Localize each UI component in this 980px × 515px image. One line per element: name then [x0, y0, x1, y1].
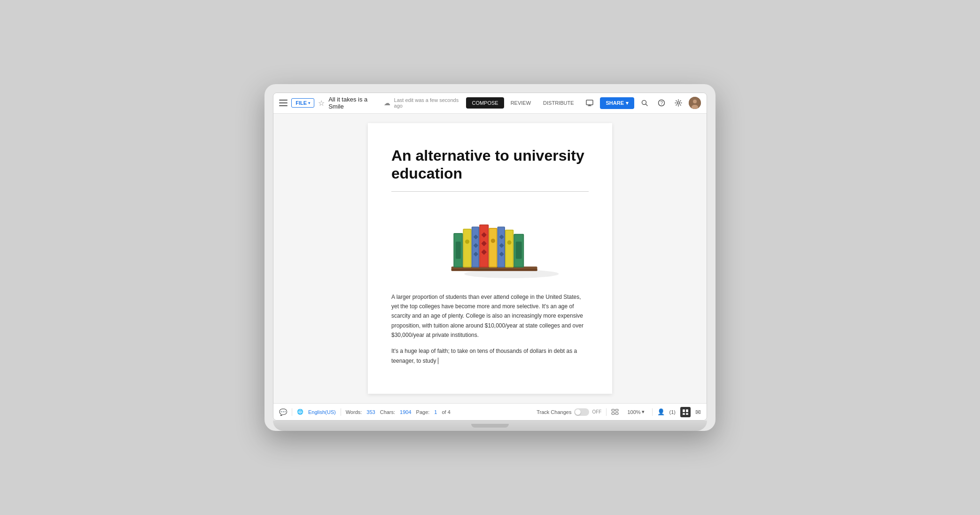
laptop-screen: FILE ▾ ☆ All it takes is a Smile ☁ Last …	[273, 93, 707, 421]
mail-icon[interactable]: ✉	[695, 408, 701, 416]
main-area: An alternative to university education	[273, 114, 707, 404]
text-cursor	[438, 358, 438, 364]
svg-rect-42	[612, 409, 614, 411]
file-menu-button[interactable]: FILE ▾	[291, 98, 314, 108]
body-paragraph-2: It's a huge leap of faith; to take on te…	[391, 346, 589, 366]
tab-compose[interactable]: COMPOSE	[466, 97, 504, 109]
sidebar-left	[273, 114, 349, 404]
svg-rect-43	[615, 409, 618, 411]
track-changes-toggle[interactable]	[574, 408, 589, 416]
language-label[interactable]: English(US)	[308, 409, 336, 415]
language-icon: 🌐	[297, 409, 303, 415]
svg-rect-46	[683, 409, 685, 412]
books-image	[391, 203, 589, 278]
svg-point-38	[507, 240, 512, 244]
toolbar: FILE ▾ ☆ All it takes is a Smile ☁ Last …	[273, 93, 707, 114]
status-bar-left: 💬 🌐 English(US) Words: 353 Chars: 1904 P…	[279, 408, 531, 416]
file-label: FILE	[296, 100, 307, 106]
page-view-icon[interactable]	[680, 407, 691, 417]
svg-point-7	[693, 100, 697, 103]
file-chevron-icon: ▾	[308, 101, 310, 105]
svg-rect-49	[686, 413, 688, 415]
body-paragraph-1: A larger proportion of students than eve…	[391, 292, 589, 340]
hamburger-menu-icon[interactable]	[279, 100, 288, 106]
zoom-level: 100%	[627, 409, 640, 415]
page-label: Page:	[416, 409, 430, 415]
last-edit-status: Last edit was a few seconds ago	[394, 97, 463, 109]
svg-point-30	[491, 238, 495, 242]
document-body: A larger proportion of students than eve…	[391, 292, 589, 366]
svg-point-9	[464, 269, 559, 278]
tab-review[interactable]: REVIEW	[505, 97, 537, 109]
svg-rect-41	[516, 242, 522, 259]
svg-rect-37	[506, 230, 513, 266]
divider-3	[606, 408, 607, 416]
chars-label: Chars:	[380, 409, 395, 415]
help-icon[interactable]: ?	[655, 96, 668, 109]
laptop-container: FILE ▾ ☆ All it takes is a Smile ☁ Last …	[264, 84, 716, 431]
document-title[interactable]: All it takes is a Smile	[328, 96, 380, 110]
toolbar-left: FILE ▾ ☆ All it takes is a Smile ☁ Last …	[279, 96, 462, 110]
share-chevron: ▾	[626, 100, 629, 106]
star-icon[interactable]: ☆	[318, 99, 325, 108]
comment-icon[interactable]: 💬	[279, 408, 287, 416]
search-icon[interactable]	[638, 96, 651, 109]
svg-rect-14	[456, 242, 461, 259]
document-area: An alternative to university education	[349, 114, 631, 404]
avatar[interactable]	[689, 97, 701, 109]
svg-point-5	[677, 102, 680, 104]
share-button[interactable]: SHARE ▾	[600, 97, 634, 109]
zoom-chevron-icon: ▾	[642, 409, 645, 415]
svg-rect-16	[464, 229, 471, 266]
chars-count[interactable]: 1904	[400, 409, 411, 415]
laptop-notch	[471, 424, 509, 428]
share-label: SHARE	[606, 100, 624, 106]
words-count[interactable]: 353	[366, 409, 375, 415]
divider-1	[292, 408, 292, 416]
toggle-state-label: OFF	[592, 409, 601, 414]
svg-text:?: ?	[661, 101, 663, 106]
cloud-save-icon: ☁	[384, 99, 390, 107]
heading-divider	[391, 191, 589, 192]
svg-rect-45	[615, 413, 618, 414]
status-bar-right: Track Changes OFF 100% ▾ 👤 (1)	[537, 407, 701, 417]
words-label: Words:	[346, 409, 362, 415]
svg-point-17	[465, 239, 469, 243]
collab-count: (1)	[669, 409, 676, 415]
document-page: An alternative to university education	[368, 123, 612, 394]
present-icon[interactable]	[583, 96, 596, 109]
svg-line-2	[646, 104, 648, 106]
page-current[interactable]: 1	[434, 409, 437, 415]
status-bar: 💬 🌐 English(US) Words: 353 Chars: 1904 P…	[273, 403, 707, 420]
svg-rect-48	[683, 413, 685, 415]
zoom-control[interactable]: 100% ▾	[624, 408, 647, 416]
divider-2	[341, 408, 341, 416]
settings-icon[interactable]	[672, 96, 685, 109]
tab-distribute[interactable]: DISTRIBUTE	[537, 97, 579, 109]
document-heading: An alternative to university education	[391, 147, 589, 183]
page-of: of 4	[442, 409, 450, 415]
collab-icon: 👤	[657, 408, 665, 415]
svg-rect-11	[451, 269, 537, 271]
grid-view-icon[interactable]	[611, 409, 620, 415]
toolbar-right: SHARE ▾ ?	[583, 96, 701, 109]
track-changes-label: Track Changes	[537, 409, 571, 415]
svg-rect-47	[686, 409, 688, 412]
svg-rect-44	[612, 413, 614, 414]
svg-rect-29	[490, 228, 497, 266]
laptop-base	[273, 421, 707, 431]
divider-4	[652, 408, 653, 416]
svg-rect-0	[586, 100, 593, 105]
toolbar-tabs: COMPOSE REVIEW DISTRIBUTE	[466, 97, 579, 109]
track-changes: Track Changes OFF	[537, 408, 601, 416]
sidebar-right	[631, 114, 707, 404]
